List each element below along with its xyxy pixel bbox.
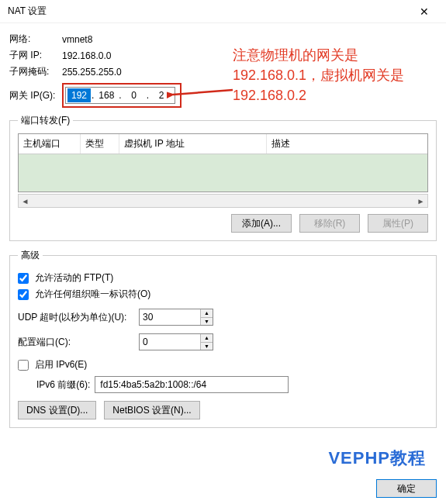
subnet-ip-value: 192.168.0.0: [62, 50, 111, 61]
scroll-left-icon[interactable]: ◄: [19, 195, 32, 207]
dns-settings-button[interactable]: DNS 设置(D)...: [18, 401, 96, 419]
port-forward-group: 端口转发(F) 主机端口 类型 虚拟机 IP 地址 描述 ◄ ► 添加(A)..…: [9, 114, 437, 241]
advanced-legend: 高级: [18, 249, 43, 262]
footer-buttons: 确定: [376, 479, 437, 498]
allow-ftp-label: 允许活动的 FTP(T): [35, 271, 113, 285]
title-bar: NAT 设置 ✕: [0, 0, 446, 23]
port-forward-table[interactable]: 主机端口 类型 虚拟机 IP 地址 描述: [18, 133, 428, 192]
subnet-mask-value: 255.255.255.0: [62, 67, 122, 78]
gateway-oct3[interactable]: [123, 88, 146, 102]
allow-oui-label: 允许任何组织唯一标识符(O): [35, 288, 150, 301]
close-button[interactable]: ✕: [409, 1, 440, 22]
allow-oui-row[interactable]: 允许任何组织唯一标识符(O): [18, 288, 428, 301]
gateway-ip-input[interactable]: . . .: [65, 87, 175, 104]
table-body[interactable]: [19, 154, 427, 192]
gateway-oct2[interactable]: [95, 88, 118, 102]
gateway-oct1[interactable]: [67, 88, 91, 102]
properties-button: 属性(P): [368, 214, 428, 233]
allow-ftp-checkbox[interactable]: [18, 273, 29, 284]
h-scrollbar[interactable]: ◄ ►: [18, 194, 428, 208]
advanced-group: 高级 允许活动的 FTP(T) 允许任何组织唯一标识符(O) UDP 超时(以秒…: [9, 249, 437, 428]
udp-timeout-spinner[interactable]: ▲ ▼: [139, 309, 213, 326]
enable-ipv6-label: 启用 IPv6(E): [35, 358, 87, 371]
subnet-ip-label: 子网 IP:: [9, 49, 62, 62]
config-port-spinner[interactable]: ▲ ▼: [139, 333, 213, 350]
ok-button[interactable]: 确定: [376, 479, 437, 498]
col-host-port[interactable]: 主机端口: [19, 134, 81, 154]
config-port-row: 配置端口(C): ▲ ▼: [18, 333, 428, 350]
spin-down-icon[interactable]: ▼: [201, 318, 213, 326]
dialog-content: 网络: vmnet8 子网 IP: 192.168.0.0 子网掩码: 255.…: [0, 23, 446, 428]
network-value: vmnet8: [62, 34, 92, 45]
config-port-label: 配置端口(C):: [18, 336, 134, 349]
col-type[interactable]: 类型: [81, 134, 119, 154]
port-forward-legend: 端口转发(F): [18, 114, 73, 127]
enable-ipv6-row[interactable]: 启用 IPv6(E): [18, 358, 428, 371]
gateway-oct4[interactable]: [150, 88, 173, 102]
spin-up-icon[interactable]: ▲: [201, 334, 213, 343]
add-button[interactable]: 添加(A)...: [231, 214, 292, 233]
config-port-input[interactable]: [140, 334, 200, 350]
subnet-mask-label: 子网掩码:: [9, 65, 62, 78]
subnet-mask-row: 子网掩码: 255.255.255.0: [9, 65, 437, 78]
gateway-highlight: . . .: [62, 83, 182, 108]
spin-buttons: ▲ ▼: [200, 309, 213, 325]
gateway-label: 网关 IP(G):: [9, 89, 62, 102]
table-header: 主机端口 类型 虚拟机 IP 地址 描述: [19, 134, 427, 154]
watermark: VEPHP教程: [322, 444, 432, 473]
udp-timeout-label: UDP 超时(以秒为单位)(U):: [18, 311, 134, 324]
udp-timeout-row: UDP 超时(以秒为单位)(U): ▲ ▼: [18, 309, 428, 326]
scroll-right-icon[interactable]: ►: [414, 195, 427, 207]
col-vm-ip[interactable]: 虚拟机 IP 地址: [119, 134, 267, 154]
spin-up-icon[interactable]: ▲: [201, 309, 213, 318]
network-row: 网络: vmnet8: [9, 33, 437, 46]
network-label: 网络:: [9, 33, 62, 46]
enable-ipv6-checkbox[interactable]: [18, 360, 29, 371]
remove-button: 移除(R): [299, 214, 360, 233]
allow-ftp-row[interactable]: 允许活动的 FTP(T): [18, 271, 428, 285]
close-icon: ✕: [420, 5, 429, 18]
window-title: NAT 设置: [8, 5, 47, 18]
spin-down-icon[interactable]: ▼: [201, 343, 213, 350]
ipv6-prefix-row: IPv6 前缀(6):: [36, 376, 428, 393]
ipv6-prefix-input[interactable]: [95, 376, 289, 393]
udp-timeout-input[interactable]: [140, 309, 200, 325]
port-forward-buttons: 添加(A)... 移除(R) 属性(P): [18, 214, 428, 233]
allow-oui-checkbox[interactable]: [18, 289, 29, 300]
col-desc[interactable]: 描述: [267, 134, 427, 154]
spin-buttons: ▲ ▼: [200, 334, 213, 350]
advanced-buttons: DNS 设置(D)... NetBIOS 设置(N)...: [18, 401, 428, 419]
ipv6-prefix-label: IPv6 前缀(6):: [36, 378, 90, 392]
gateway-row: 网关 IP(G): . . .: [9, 83, 437, 108]
netbios-settings-button[interactable]: NetBIOS 设置(N)...: [104, 401, 199, 419]
subnet-ip-row: 子网 IP: 192.168.0.0: [9, 49, 437, 62]
